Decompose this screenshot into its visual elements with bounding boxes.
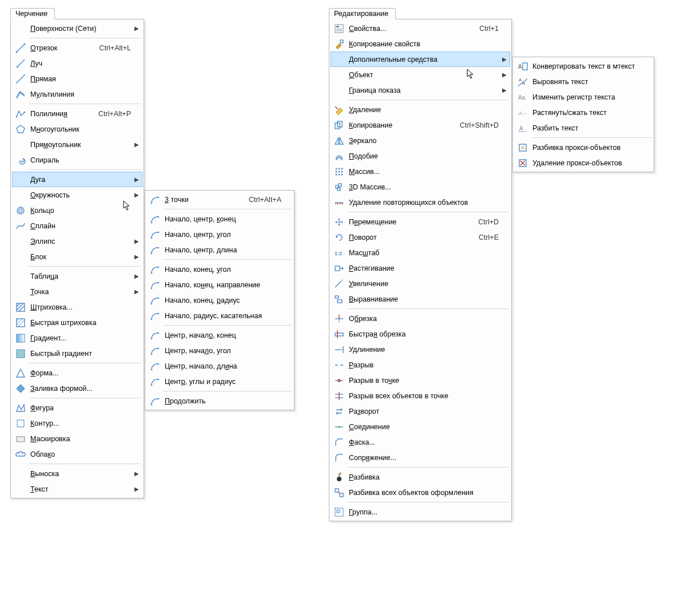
edit-menu-tab[interactable]: Редактирование — [329, 8, 396, 19]
arc_submenu-item[interactable]: 3 точкиCtrl+Alt+A — [146, 192, 293, 207]
edit_menu-item[interactable]: КопированиеCtrl+Shift+D — [331, 117, 510, 133]
edit_menu-item[interactable]: Быстрая обрезка — [331, 326, 510, 342]
edit_menu-item[interactable]: Увеличение — [331, 276, 510, 291]
edit_menu-item[interactable]: Разбивка — [331, 469, 510, 485]
svg-rect-82 — [335, 296, 339, 298]
drawing_menu-item[interactable]: Облако — [12, 446, 142, 462]
edit_menu-item[interactable]: Граница показа▶ — [331, 82, 510, 98]
arc_submenu-item[interactable]: Начало, конец, угол — [146, 262, 293, 277]
drawing_menu-item[interactable]: Заливка формой... — [12, 381, 142, 396]
drawing_menu-item[interactable]: Штриховка... — [12, 299, 142, 315]
menu-item-label: Конвертировать текст в мтекст — [529, 62, 641, 70]
edit_menu-item[interactable]: Удаление — [331, 102, 510, 117]
drawing_menu-item[interactable]: Окружность▶ — [12, 187, 142, 203]
drawing_menu-item[interactable]: Эллипс▶ — [12, 233, 142, 249]
drawing-menu[interactable]: Черчение Поверхности (Сети)▶ОтрезокCtrl+… — [10, 19, 144, 498]
submenu-arrow-icon: ▶ — [131, 192, 139, 198]
edit_menu-item[interactable]: Массив... — [331, 164, 510, 179]
extra_submenu-item[interactable]: Разбивка прокси-объектов — [514, 140, 653, 155]
edit_menu-item[interactable]: Удлинение — [331, 342, 510, 357]
shape-icon — [14, 368, 27, 378]
edit_menu-item[interactable]: Фаска... — [331, 434, 510, 450]
edit_menu-item[interactable]: Растягивание — [331, 260, 510, 276]
edit_menu-item[interactable]: Копирование свойств — [331, 36, 510, 52]
arc_submenu-item[interactable]: Продолжить — [146, 393, 293, 409]
drawing_menu-item[interactable]: Поверхности (Сети)▶ — [12, 21, 142, 36]
edit_menu-item[interactable]: 3D Массив... — [331, 179, 510, 195]
drawing_menu-item[interactable]: Сплайн — [12, 218, 142, 233]
edit_menu-item[interactable]: Зеркало — [331, 133, 510, 148]
drawing_menu-item[interactable]: Блок▶ — [12, 249, 142, 264]
menu-item-label: Разбивка всех объектов оформления — [345, 489, 499, 497]
drawing-menu-tab[interactable]: Черчение — [10, 8, 55, 19]
edit_menu-item[interactable]: ПеремещениеCtrl+D — [331, 214, 510, 229]
edit_menu-item[interactable]: Объект▶ — [331, 67, 510, 82]
extra_submenu-item[interactable]: Удаление прокси-объектов — [514, 155, 653, 171]
drawing_menu-item[interactable]: Многоугольник — [12, 121, 142, 137]
edit_menu-item[interactable]: Разрыв всех объектов в точке — [331, 388, 510, 403]
drawing_menu-item[interactable]: Форма... — [12, 365, 142, 381]
svg-line-1 — [17, 44, 25, 52]
arc_submenu-item[interactable]: Центр, углы и радиус — [146, 374, 293, 389]
edit_menu-item[interactable]: Группа... — [331, 504, 510, 520]
drawing_menu-item[interactable]: Таблица▶ — [12, 268, 142, 284]
edit_menu-item[interactable]: Разрыв в точке — [331, 373, 510, 388]
menu-item-label: Разбивка — [345, 473, 499, 481]
drawing_menu-item[interactable]: Выноска▶ — [12, 466, 142, 481]
edit-menu[interactable]: Редактирование Свойства...Ctrl+1Копирова… — [329, 19, 512, 521]
drawing_menu-item[interactable]: Мультилиния — [12, 86, 142, 102]
menu-separator — [29, 38, 141, 38]
edit_menu-item[interactable]: 1:2Масштаб — [331, 245, 510, 260]
arc_submenu-item[interactable]: Начало, центр, угол — [146, 227, 293, 242]
arc_submenu-item[interactable]: Центр, начало, длина — [146, 358, 293, 374]
drawing_menu-item[interactable]: Маскировка — [12, 431, 142, 446]
extra_submenu-item[interactable]: AРазбить текст — [514, 120, 653, 136]
drawing_menu-item[interactable]: Точка▶ — [12, 284, 142, 299]
svg-point-67 — [341, 171, 343, 172]
edit_menu-item[interactable]: Разрыв — [331, 357, 510, 373]
edit_menu-item[interactable]: Сопряжение... — [331, 450, 510, 465]
drawing_menu-item[interactable]: Фигура — [12, 400, 142, 415]
edit_menu-item[interactable]: Свойства...Ctrl+1 — [331, 21, 510, 36]
extra_submenu-item[interactable]: AКонвертировать текст в мтекст — [514, 58, 653, 74]
extra-tools-submenu[interactable]: AКонвертировать текст в мтекстAAВыровнят… — [512, 57, 654, 172]
menu-separator — [348, 308, 509, 309]
arc-submenu[interactable]: 3 точкиCtrl+Alt+AНачало, центр, конецНач… — [145, 190, 295, 410]
edit_menu-item[interactable]: Подобие — [331, 148, 510, 164]
drawing_menu-item[interactable]: ПолилинияCtrl+Alt+P — [12, 106, 142, 121]
drawing_menu-item[interactable]: Прямая — [12, 71, 142, 86]
drawing_menu-item[interactable]: ОтрезокCtrl+Alt+L — [12, 40, 142, 56]
arc_submenu-item[interactable]: Начало, центр, конец — [146, 211, 293, 227]
arc_submenu-item[interactable]: Начало, конец, направление — [146, 277, 293, 292]
edit_menu-item[interactable]: Выравнивание — [331, 291, 510, 307]
drawing_menu-item[interactable]: Луч — [12, 56, 142, 71]
edit_menu-item[interactable]: Обрезка — [331, 311, 510, 326]
drawing_menu-item[interactable]: Градиент... — [12, 330, 142, 346]
extra_submenu-item[interactable]: AAВыровнять текст — [514, 74, 653, 89]
edit_menu-item[interactable]: ПоворотCtrl+E — [331, 229, 510, 245]
drawing_menu-item[interactable]: Быстрая штриховка — [12, 315, 142, 330]
edit_menu-item[interactable]: Удаление повторяющихся объектов — [331, 195, 510, 210]
arc_submenu-item[interactable]: Начало, конец, радиус — [146, 292, 293, 308]
drawing_menu-item[interactable]: Прямоугольник▶ — [12, 137, 142, 152]
submenu-arrow-icon: ▶ — [131, 486, 139, 492]
drawing_menu-item[interactable]: Дуга▶ — [12, 172, 142, 187]
arc_submenu-item[interactable]: Центр, начало, конец — [146, 327, 293, 343]
arc-icon — [149, 396, 161, 406]
arc_submenu-item[interactable]: Начало, центр, длина — [146, 242, 293, 258]
drawing_menu-item[interactable]: Текст▶ — [12, 481, 142, 497]
extra_submenu-item[interactable]: AaИзменить регистр текста — [514, 89, 653, 105]
drawing_menu-item[interactable]: Быстрый градиент — [12, 346, 142, 361]
edit_menu-item[interactable]: Дополнительные средства▶ — [331, 52, 510, 67]
edit_menu-item[interactable]: Соединение — [331, 419, 510, 434]
svg-line-6 — [16, 74, 25, 84]
extra_submenu-item[interactable]: A↔Растянуть/сжать текст — [514, 105, 653, 120]
edit_menu-item[interactable]: Разворот — [331, 403, 510, 419]
drawing_menu-item[interactable]: Контур... — [12, 415, 142, 431]
arc_submenu-item[interactable]: Начало, радиус, касательная — [146, 308, 293, 323]
arc_submenu-item[interactable]: Центр, начало, угол — [146, 343, 293, 358]
drawing_menu-item[interactable]: Кольцо — [12, 203, 142, 218]
edit_menu-item[interactable]: Разбивка всех объектов оформления — [331, 485, 510, 500]
menu-item-label: Удаление — [345, 106, 499, 114]
drawing_menu-item[interactable]: Спираль — [12, 152, 142, 168]
